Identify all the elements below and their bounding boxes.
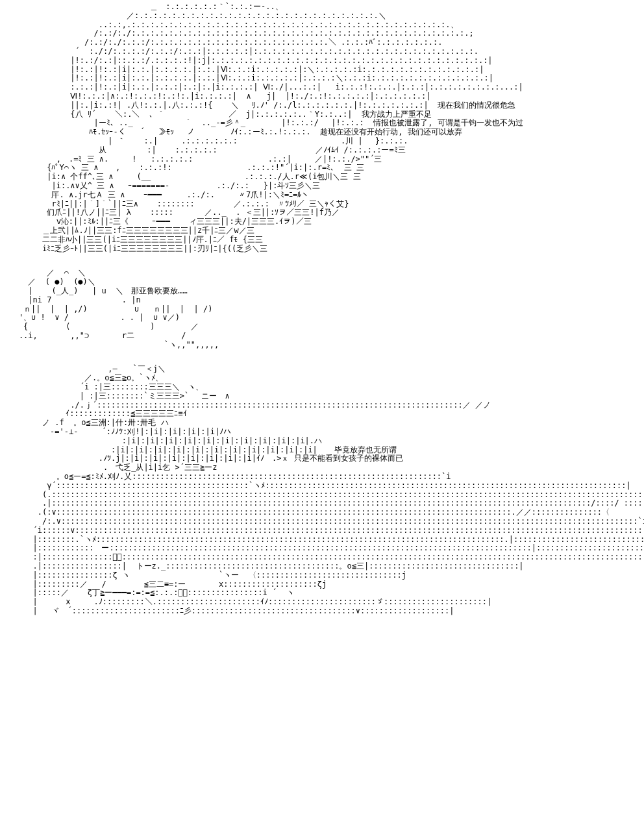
panel-2: ／ ⌒ ＼ ／ ( ●) (●)＼ | (_人_) | u ＼ 那亚鲁欧要放………: [0, 266, 644, 362]
ascii-art-1: ＿ :.:.:.:.:.:｀`:.:.:ー-..、 ／:.:.:.:.:.:.:…: [0, 3, 644, 253]
page-content: ＿ :.:.:.:.:.:｀`:.:.:ー-..、 ／:.:.:.:.:.:.:…: [0, 0, 644, 823]
ascii-art-2: ／ ⌒ ＼ ／ ( ●) (●)＼ | (_人_) | u ＼ 那亚鲁欧要放………: [0, 269, 644, 349]
panel-1: ＿ :.:.:.:.:.:｀`:.:.:ー-..、 ／:.:.:.:.:.:.:…: [0, 0, 644, 266]
ascii-art-3: ,― `￣＜j＼ ／.。o≦三≧o。`ヽﾒ、 ´i :|三::::::::三三三…: [0, 365, 644, 615]
panel-3: ,― `￣＜j＼ ／.。o≦三≧o。`ヽﾒ、 ´i :|三::::::::三三三…: [0, 362, 644, 628]
